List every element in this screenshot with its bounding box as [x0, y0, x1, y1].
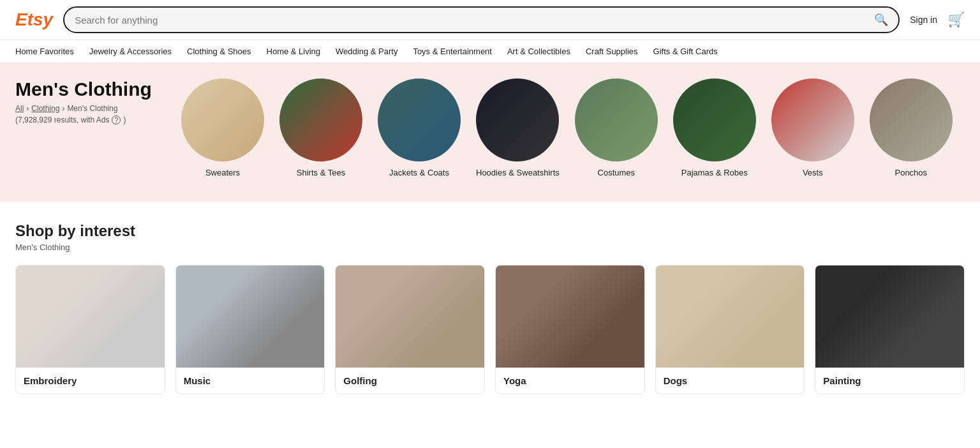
category-circle — [181, 78, 264, 161]
interest-card-painting[interactable]: Painting — [815, 265, 965, 394]
category-circle — [279, 78, 362, 161]
header-actions: Sign in 🛒 — [910, 11, 965, 28]
nav-item-home---living[interactable]: Home & Living — [267, 47, 321, 56]
info-icon[interactable]: ? — [112, 116, 121, 124]
category-circle — [575, 78, 658, 161]
breadcrumb-all[interactable]: All — [15, 104, 24, 113]
hero-section: Men's Clothing All › Clothing › Men's Cl… — [0, 63, 980, 202]
breadcrumb: All › Clothing › Men's Clothing — [15, 104, 156, 113]
cart-icon[interactable]: 🛒 — [947, 11, 965, 28]
results-count: (7,928,929 results, with Ads ? ) — [15, 116, 156, 124]
category-item-sweaters[interactable]: Sweaters — [181, 78, 264, 179]
interest-card-music[interactable]: Music — [175, 265, 325, 394]
nav-item-wedding---party[interactable]: Wedding & Party — [336, 47, 397, 56]
category-circle — [378, 78, 461, 161]
interest-card-label: Embroidery — [16, 368, 165, 394]
breadcrumb-current: Men's Clothing — [67, 104, 117, 113]
category-item-pajamas---robes[interactable]: Pajamas & Robes — [673, 78, 756, 179]
category-item-costumes[interactable]: Costumes — [575, 78, 658, 179]
category-circle — [771, 78, 854, 161]
nav-item-clothing---shoes[interactable]: Clothing & Shoes — [187, 47, 251, 56]
interest-card-label: Golfing — [336, 368, 484, 394]
interest-card-golfing[interactable]: Golfing — [335, 265, 485, 394]
search-bar: 🔍 — [63, 6, 900, 33]
sign-in-button[interactable]: Sign in — [910, 15, 937, 25]
category-label: Jackets & Coats — [389, 168, 449, 179]
interest-card-image — [176, 265, 325, 368]
nav-item-craft-supplies[interactable]: Craft Supplies — [586, 47, 638, 56]
nav-item-art---collectibles[interactable]: Art & Collectibles — [507, 47, 570, 56]
search-icon[interactable]: 🔍 — [874, 13, 888, 27]
category-scroll: SweatersShirts & TeesJackets & CoatsHood… — [181, 78, 953, 181]
shop-by-interest-section: Shop by interest Men's Clothing Embroide… — [0, 202, 980, 415]
category-item-hoodies---sweatshirts[interactable]: Hoodies & Sweatshirts — [476, 78, 560, 179]
interest-card-label: Music — [176, 368, 325, 394]
interest-card-image — [496, 265, 644, 368]
category-circle — [870, 78, 953, 161]
category-label: Vests — [803, 168, 823, 179]
category-item-ponchos[interactable]: Ponchos — [870, 78, 953, 179]
interest-card-image — [815, 265, 964, 368]
nav-item-home-favorites[interactable]: Home Favorites — [15, 47, 74, 56]
nav-item-jewelry---accessories[interactable]: Jewelry & Accessories — [89, 47, 172, 56]
shop-section-subtitle: Men's Clothing — [15, 243, 965, 252]
interest-grid: EmbroideryMusicGolfingYogaDogsPainting — [15, 265, 965, 394]
nav-item-toys---entertainment[interactable]: Toys & Entertainment — [413, 47, 492, 56]
category-item-shirts---tees[interactable]: Shirts & Tees — [279, 78, 362, 179]
interest-card-yoga[interactable]: Yoga — [495, 265, 645, 394]
category-label: Shirts & Tees — [297, 168, 345, 179]
category-label: Costumes — [598, 168, 635, 179]
category-label: Pajamas & Robes — [681, 168, 748, 179]
breadcrumb-clothing[interactable]: Clothing — [31, 104, 59, 113]
interest-card-image — [16, 265, 165, 368]
search-input[interactable] — [75, 15, 874, 26]
interest-card-embroidery[interactable]: Embroidery — [15, 265, 165, 394]
interest-card-image — [656, 265, 805, 368]
interest-card-dogs[interactable]: Dogs — [655, 265, 805, 394]
category-label: Hoodies & Sweatshirts — [476, 168, 560, 179]
category-circle — [476, 78, 559, 161]
main-nav: Home FavoritesJewelry & AccessoriesCloth… — [0, 40, 980, 63]
header: Etsy 🔍 Sign in 🛒 — [0, 0, 980, 40]
category-label: Ponchos — [895, 168, 927, 179]
nav-item-gifts---gift-cards[interactable]: Gifts & Gift Cards — [653, 47, 718, 56]
category-circle — [673, 78, 756, 161]
category-item-jackets---coats[interactable]: Jackets & Coats — [378, 78, 461, 179]
etsy-logo[interactable]: Etsy — [15, 10, 53, 30]
interest-card-image — [336, 265, 484, 368]
page-title: Men's Clothing — [15, 78, 156, 100]
interest-card-label: Yoga — [496, 368, 644, 394]
interest-card-label: Dogs — [656, 368, 805, 394]
category-item-vests[interactable]: Vests — [771, 78, 854, 179]
shop-section-title: Shop by interest — [15, 222, 965, 240]
category-label: Sweaters — [205, 168, 240, 179]
interest-card-label: Painting — [815, 368, 964, 394]
